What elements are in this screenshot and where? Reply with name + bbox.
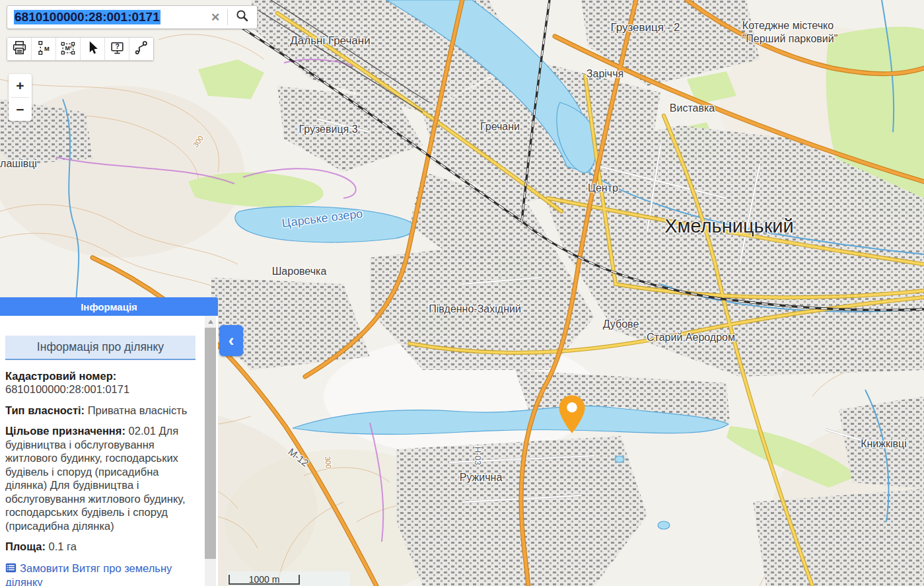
field-label: Кадастровий номер: xyxy=(5,369,195,383)
scrollbar-up-button[interactable] xyxy=(205,316,216,327)
measure-area-button[interactable]: M² xyxy=(56,38,81,60)
help-button[interactable]: ? xyxy=(105,38,129,60)
field-area: Площа: 0.1 га xyxy=(5,540,195,553)
triangle-up-icon xyxy=(208,320,213,324)
svg-text:M: M xyxy=(44,46,50,52)
search-button[interactable] xyxy=(228,6,257,28)
info-panel: Інформація Інформація про ділянку Кадаст… xyxy=(0,297,218,586)
field-label: Площа: xyxy=(5,540,46,552)
print-button[interactable] xyxy=(7,38,32,60)
field-value: Приватна власність xyxy=(88,404,188,416)
field-designated-purpose: Цільове призначення: 02.01 Для будівницт… xyxy=(5,424,195,532)
map-application: Дальні ГречаниГрузевиця - 2Котеджне міст… xyxy=(0,0,924,586)
clear-search-button[interactable]: ✕ xyxy=(203,11,227,24)
zoom-control: + − xyxy=(9,74,32,121)
field-value: 0.1 га xyxy=(49,540,77,552)
search-input-selected-text: 6810100000:28:001:0171 xyxy=(14,10,160,24)
chevron-left-icon: ‹ xyxy=(229,330,234,351)
zoom-in-button[interactable]: + xyxy=(9,74,32,97)
scale-bar-label: 1000 m xyxy=(229,575,300,585)
measure-length-button[interactable]: M xyxy=(32,38,56,60)
search-input[interactable]: 6810100000:28:001:0171 xyxy=(14,10,203,24)
field-label: Тип власності: xyxy=(5,404,85,416)
pointer-button[interactable] xyxy=(81,38,105,60)
field-value: 02.01 Для будівництва і обслуговування ж… xyxy=(5,425,186,531)
printer-icon xyxy=(11,40,28,59)
svg-text:?: ? xyxy=(115,43,119,50)
help-monitor-icon: ? xyxy=(109,40,125,59)
parcel-info-subheader[interactable]: Інформація про ділянку xyxy=(5,336,195,360)
document-list-icon xyxy=(5,562,17,575)
field-label: Цільове призначення: xyxy=(5,425,125,437)
field-value: 6810100000:28:001:0171 xyxy=(5,383,195,396)
info-panel-body: Інформація про ділянку Кадастровий номер… xyxy=(0,316,218,586)
scale-bar: 1000 m xyxy=(227,571,350,586)
field-ownership-type: Тип власності: Приватна власність xyxy=(5,404,195,417)
scrollbar-thumb[interactable] xyxy=(205,328,216,559)
field-cadastral-number: Кадастровий номер: 6810100000:28:001:017… xyxy=(5,369,195,396)
panel-scrollbar[interactable] xyxy=(205,316,216,586)
zoom-out-button[interactable]: − xyxy=(9,98,32,121)
measure-length-icon: M xyxy=(36,40,52,59)
info-panel-header[interactable]: Інформація xyxy=(0,297,218,316)
svg-text:M²: M² xyxy=(65,45,71,52)
collapse-panel-button[interactable]: ‹ xyxy=(219,325,243,356)
route-icon xyxy=(133,40,150,59)
map-toolbar: M M² xyxy=(7,37,154,61)
search-bar: 6810100000:28:001:0171 ✕ xyxy=(7,5,258,29)
measure-area-icon: M² xyxy=(60,40,77,59)
location-marker[interactable] xyxy=(557,394,587,437)
link-label: Замовити Витяг про земельну ділянку xyxy=(5,562,172,586)
search-icon xyxy=(234,8,250,26)
link-order-extract[interactable]: Замовити Витяг про земельну ділянку xyxy=(5,562,195,586)
cursor-icon xyxy=(85,40,101,59)
route-button[interactable] xyxy=(129,38,153,60)
